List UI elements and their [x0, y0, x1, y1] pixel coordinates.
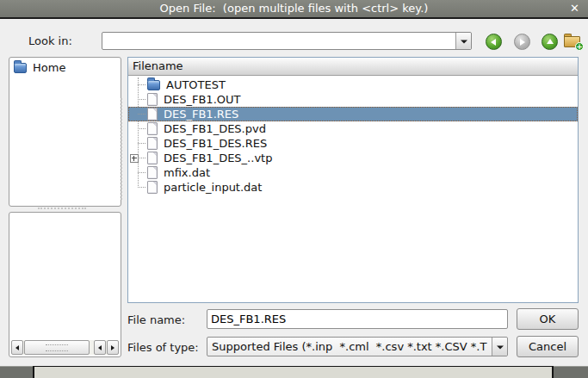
dialog-body: Look in: + Home [0, 19, 588, 366]
left-arrow-icon [98, 345, 102, 350]
tree-connector [138, 172, 145, 173]
tree-connector [138, 128, 145, 129]
file-name-label: mfix.dat [164, 166, 210, 179]
left-arrow-icon [15, 345, 19, 350]
filename-column-header[interactable]: Filename [128, 58, 578, 76]
look-in-value[interactable] [103, 34, 455, 48]
up-arrow-icon [547, 39, 554, 44]
file-row[interactable]: DES_FB1.OUT [128, 92, 578, 107]
file-icon [147, 166, 158, 179]
file-row[interactable]: DES_FB1_DES_..vtp [128, 151, 578, 165]
file-name-label: File name: [127, 313, 185, 326]
cancel-button[interactable]: Cancel [517, 336, 579, 357]
file-icon [147, 108, 158, 121]
file-icon [147, 122, 158, 135]
tree-connector [138, 84, 145, 85]
open-file-dialog: Open File: (open multiple files with <ct… [0, 0, 588, 378]
ok-button[interactable]: OK [517, 308, 579, 330]
dialog-titlebar[interactable]: Open File: (open multiple files with <ct… [0, 0, 588, 19]
tree-connector [138, 187, 145, 188]
forward-arrow-icon [520, 39, 525, 46]
file-name-label: DES_FB1_DES.RES [164, 137, 267, 150]
file-icon [147, 181, 158, 194]
file-icon [147, 93, 158, 106]
expand-icon[interactable] [130, 154, 139, 163]
tree-connector [138, 143, 145, 144]
horizontal-scrollbar[interactable] [11, 340, 119, 355]
window-scrollbar-track[interactable] [34, 366, 552, 378]
folder-icon [14, 63, 27, 73]
file-name-label: AUTOTEST [166, 78, 226, 91]
look-in-label: Look in: [28, 34, 72, 47]
places-panel: Home [9, 57, 121, 207]
file-name-input[interactable] [207, 309, 508, 329]
tree-connector [138, 158, 145, 158]
file-name-label: DES_FB1.RES [164, 108, 238, 121]
tree-connector [138, 99, 145, 100]
splitter-handle-vertical[interactable] [121, 98, 124, 200]
scrollbar-thumb[interactable] [24, 340, 90, 355]
file-row[interactable]: particle_input.dat [128, 180, 578, 195]
close-icon[interactable]: ✕ [570, 0, 579, 17]
file-row[interactable]: AUTOTEST [128, 77, 578, 92]
file-name-label: DES_FB1_DES_..vtp [164, 152, 272, 164]
place-label: Home [33, 61, 65, 74]
scroll-left-button[interactable] [11, 340, 23, 355]
back-button[interactable] [486, 34, 502, 50]
plus-icon: + [575, 42, 584, 51]
forward-button[interactable] [514, 34, 530, 50]
file-row[interactable]: DES_FB1_DES.RES [128, 136, 578, 151]
window-scrollbar [0, 366, 588, 378]
file-icon [147, 152, 158, 164]
chevron-down-icon[interactable] [492, 338, 507, 356]
file-list: Filename AUTOTEST DES_FB1.OUT DES_FB1.RE… [127, 57, 579, 303]
file-row[interactable]: mfix.dat [128, 165, 578, 180]
right-arrow-icon [111, 345, 115, 350]
files-of-type-label: Files of type: [127, 341, 199, 354]
chevron-down-icon[interactable] [455, 33, 471, 49]
tree-connector [138, 114, 145, 115]
file-row[interactable]: DES_FB1.RES [128, 107, 578, 121]
create-new-folder-button[interactable]: + [564, 33, 584, 50]
window-scrollbar-right-button[interactable] [554, 366, 588, 378]
file-name-label: DES_FB1.OUT [164, 93, 240, 106]
look-in-combobox[interactable] [102, 32, 472, 50]
dialog-title: Open File: (open multiple files with <ct… [0, 0, 588, 17]
back-arrow-icon [491, 39, 496, 46]
splitter-handle-horizontal[interactable] [38, 208, 86, 211]
recent-panel [9, 212, 121, 357]
file-rows: AUTOTEST DES_FB1.OUT DES_FB1.RES DES_FB1… [128, 77, 578, 195]
file-name-label: DES_FB1_DES.pvd [164, 122, 266, 135]
window-scrollbar-left-button[interactable] [0, 366, 33, 378]
files-of-type-value: Supported Files (*.inp *.cml *.csv *.txt… [212, 340, 490, 353]
folder-icon [147, 80, 160, 90]
up-directory-button[interactable] [542, 34, 558, 50]
file-icon [147, 137, 158, 150]
file-row[interactable]: DES_FB1_DES.pvd [128, 121, 578, 136]
file-name-label: particle_input.dat [164, 181, 262, 194]
files-of-type-select[interactable]: Supported Files (*.inp *.cml *.csv *.txt… [207, 337, 508, 356]
scroll-right-button[interactable] [107, 340, 119, 355]
scroll-left-button-2[interactable] [94, 340, 106, 355]
sidebar-item-home[interactable]: Home [9, 58, 121, 74]
